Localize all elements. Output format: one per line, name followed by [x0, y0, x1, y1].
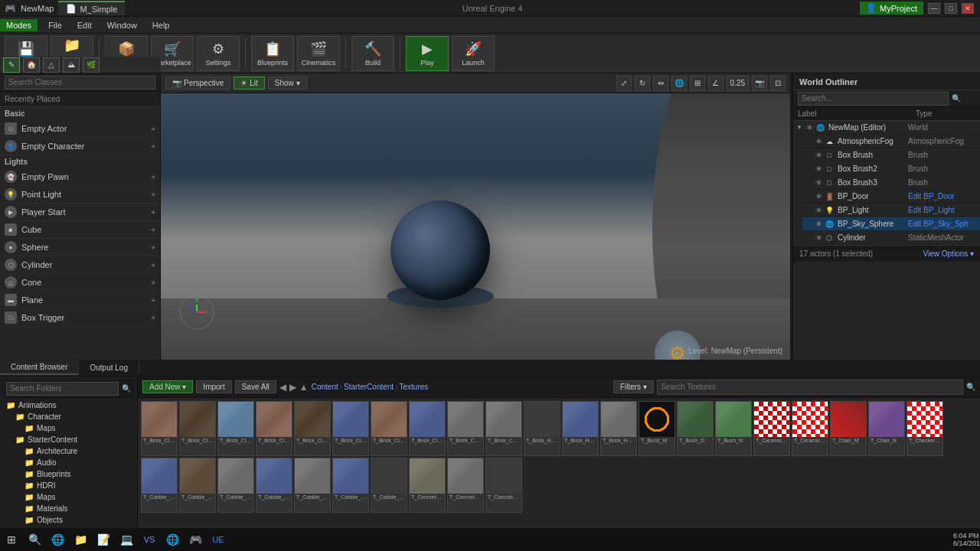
cb-filters-btn[interactable]: Filters ▾: [613, 380, 654, 393]
texture-cobble-stone-smooth-n[interactable]: T_Cobble_Stone_Smooth_N: [332, 458, 369, 513]
texture-chair-n[interactable]: T_Chair_N: [868, 401, 905, 456]
visibility-icon[interactable]: 👁: [804, 122, 815, 133]
texture-concrete-panels-d[interactable]: T_Concrete_Panels_D: [409, 458, 446, 513]
taskbar-start[interactable]: ⊞: [0, 528, 23, 551]
texture-brick-clay-beveled-m[interactable]: T_Brick_Clay_Beveled_M: [179, 401, 216, 456]
folder-maps[interactable]: 📁Maps: [21, 422, 134, 434]
texture-brick-clay-old-d[interactable]: T_Brick_Clay_Old_D: [371, 401, 407, 456]
mode-paint[interactable]: 🏠: [23, 57, 40, 73]
nav-content[interactable]: Content: [312, 383, 338, 391]
folder-materials[interactable]: 📁Materials: [21, 503, 134, 514]
expand-icon[interactable]: ▼: [796, 124, 804, 131]
texture-concrete-panels-n[interactable]: T_Concrete_Panels_N: [447, 458, 484, 513]
menu-window[interactable]: Window: [100, 18, 145, 32]
texture-cobble-stone-rough-n[interactable]: T_Cobble_Stone_Rough_N: [256, 458, 292, 513]
vp-rotate-btn[interactable]: ↻: [635, 76, 650, 91]
texture-cobble-stone-rough-d[interactable]: T_Cobble_Stone_Rough_D: [217, 458, 254, 513]
visibility-icon-sky[interactable]: 👁: [813, 219, 824, 230]
outliner-item-boxbrush[interactable]: 👁 □ Box Brush Brush: [802, 148, 980, 162]
visibility-icon-bb[interactable]: 👁: [813, 150, 824, 161]
nav-back-icon[interactable]: ◀: [279, 382, 286, 393]
texture-ceramic-tile-d[interactable]: T_Ceramic_Tile_D: [753, 401, 790, 456]
folder-objects[interactable]: 📁Objects: [21, 514, 134, 526]
visibility-icon-light[interactable]: 👁: [813, 205, 824, 216]
folder-search-input[interactable]: [6, 382, 119, 396]
actor-cylinder[interactable]: ⬡ Cylinder +: [0, 256, 160, 274]
tab-label[interactable]: 📄 M_Simple: [58, 1, 125, 15]
texture-brick-cut-stone-d[interactable]: T_Brick_Cut_Stone_D: [447, 401, 484, 456]
texture-brick-clay-new-m[interactable]: T_Brick_Clay_New_M: [294, 401, 331, 456]
search-classes-input[interactable]: [5, 76, 155, 90]
mode-landscape[interactable]: △: [43, 57, 60, 73]
vp-camera-btn[interactable]: 📷: [752, 76, 767, 91]
actor-plane[interactable]: ▬ Plane +: [0, 292, 160, 309]
modes-button[interactable]: Modes: [0, 19, 38, 31]
visibility-icon-fog[interactable]: 👁: [813, 136, 824, 147]
texture-brick-clay-new-n[interactable]: T_Brick_Clay_New_N: [332, 401, 369, 456]
folder-character[interactable]: 📁Character: [12, 411, 134, 422]
texture-burst-m[interactable]: T_Burst_M: [639, 401, 675, 456]
mode-geometry[interactable]: 🌿: [83, 57, 100, 73]
outliner-item-bplight[interactable]: 👁 💡 BP_Light Edit BP_Light: [802, 204, 980, 217]
cb-save-all-btn[interactable]: Save All: [235, 380, 276, 393]
outliner-search-input[interactable]: [798, 92, 949, 106]
outliner-item-atmosphericfog[interactable]: 👁 ☁ AtmosphericFog AtmosphericFog: [802, 135, 980, 148]
vp-lit-btn[interactable]: ☀ Lit: [234, 77, 265, 90]
category-lights[interactable]: Lights: [0, 155, 160, 168]
content-browser-tab[interactable]: Content Browser: [0, 360, 79, 375]
actor-cube[interactable]: ■ Cube +: [0, 221, 160, 239]
outliner-item-cylinder[interactable]: 👁 ⬡ Cylinder StaticMeshActor: [802, 231, 980, 245]
cb-search-input[interactable]: [657, 380, 963, 395]
actor-empty-actor[interactable]: ◇ Empty Actor +: [0, 120, 160, 138]
texture-brick-hewn-stone-n[interactable]: T_Brick_Hewn_Stone_N: [562, 401, 599, 456]
outliner-item-boxbrush2[interactable]: 👁 □ Box Brush2 Brush: [802, 162, 980, 176]
outliner-item-newmap[interactable]: ▼ 👁 🌐 NewMap (Editor) World: [793, 121, 980, 135]
viewport[interactable]: 📷 Perspective ☀ Lit Show ▾ ⤢ ↻ ⇔ 🌐 ⊞ ∠ 0…: [161, 73, 790, 360]
visibility-icon-bb3[interactable]: 👁: [813, 178, 824, 188]
vp-scale-btn[interactable]: ⇔: [653, 76, 668, 91]
texture-bush-n[interactable]: T_Bush_N: [715, 401, 752, 456]
toolbar-play[interactable]: ▶ Play: [406, 36, 449, 71]
taskbar-search[interactable]: 🔍: [23, 528, 46, 551]
nav-up-icon[interactable]: ▲: [299, 382, 309, 393]
texture-brick-hewn-stone-d[interactable]: T_Brick_Hewn_Stone_D: [524, 401, 560, 456]
texture-checker-stone[interactable]: T_Checker_Stone_Pebble_D: [906, 401, 943, 456]
texture-brick-clay-beveled-d[interactable]: T_Brick_Clay_Beveled_D: [141, 401, 178, 456]
scene-sphere-object[interactable]: ⚙: [390, 201, 490, 300]
taskbar-ie[interactable]: 🌐: [46, 528, 69, 551]
maximize-btn[interactable]: □: [945, 3, 957, 14]
texture-cobble-stone-pebble-old[interactable]: T_Cobble_Stone_Pebble_Old: [179, 458, 216, 513]
texture-brick-clay-beveled-n[interactable]: T_Brick_Clay_Beveled_N: [217, 401, 254, 456]
folder-startercontent[interactable]: 📁StarterContent: [12, 434, 134, 445]
vp-world-btn[interactable]: 🌐: [671, 76, 687, 91]
visibility-icon-door[interactable]: 👁: [813, 191, 824, 202]
texture-concrete-panels-m[interactable]: T_Concrete_Panels_M: [485, 458, 522, 513]
vp-angle-snap-btn[interactable]: ∠: [708, 76, 724, 91]
toolbar-blueprints[interactable]: 📋 Blueprints: [251, 36, 294, 71]
vp-snap-btn[interactable]: ⊞: [690, 76, 705, 91]
toolbar-settings[interactable]: ⚙ Settings: [197, 36, 240, 71]
actor-point-light[interactable]: 💡 Point Light +: [0, 186, 160, 204]
taskbar-notepad[interactable]: 📝: [92, 528, 115, 551]
texture-ceramic-tile-m[interactable]: T_Ceramic_Tile_M: [792, 401, 828, 456]
cb-add-new-btn[interactable]: Add New ▾: [142, 380, 193, 393]
actor-cone[interactable]: △ Cone +: [0, 274, 160, 292]
nav-forward-icon[interactable]: ▶: [289, 382, 296, 393]
outliner-item-boxbrush3[interactable]: 👁 □ Box Brush3 Brush: [802, 176, 980, 190]
menu-help[interactable]: Help: [145, 18, 178, 32]
folder-hdri[interactable]: 📁HDRI: [21, 480, 134, 491]
texture-brick-cut-stone-n[interactable]: T_Brick_Cut_Stone_N: [485, 401, 522, 456]
cb-import-btn[interactable]: Import: [196, 380, 231, 393]
actor-empty-character[interactable]: 👤 Empty Character +: [0, 138, 160, 155]
texture-chair-m[interactable]: T_Chair_M: [830, 401, 867, 456]
taskbar-explorer[interactable]: 📁: [69, 528, 92, 551]
taskbar-chrome[interactable]: 🌐: [161, 528, 184, 551]
nav-startercontent[interactable]: StarterContent: [344, 383, 394, 391]
texture-cobble-stone-smooth-d[interactable]: T_Cobble_Stone_Smooth_D: [294, 458, 331, 513]
texture-cobble-stone-pebble-n[interactable]: T_Cobble_Stone_Pebble_N: [141, 458, 178, 513]
mode-place[interactable]: ✎: [3, 57, 20, 73]
nav-textures[interactable]: Textures: [400, 383, 429, 391]
vp-maximize-btn[interactable]: ⊡: [770, 76, 786, 91]
close-btn[interactable]: ✕: [962, 3, 974, 14]
folder-animations[interactable]: 📁Animations: [3, 399, 134, 411]
